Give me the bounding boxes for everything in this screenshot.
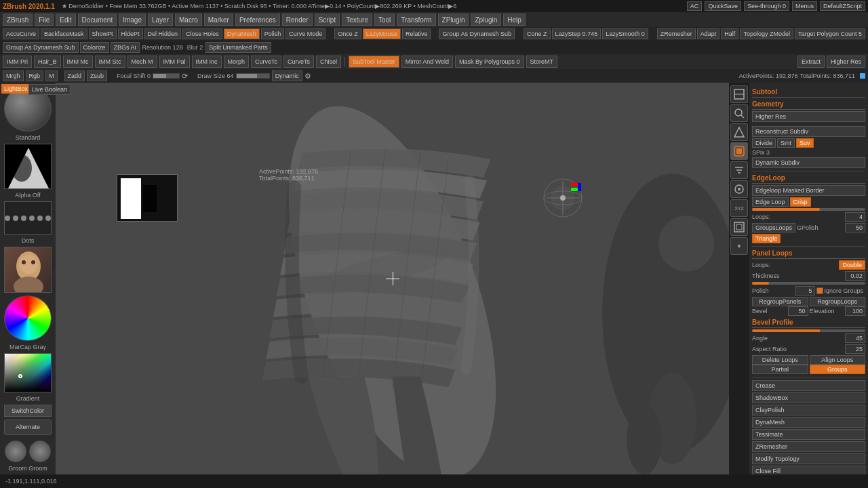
quicksave-button[interactable]: QuickSave [705, 1, 741, 11]
mirror-weld-btn[interactable]: Mirror And Weld [401, 56, 453, 68]
menu-script[interactable]: Script [315, 14, 340, 26]
close-fill-btn[interactable]: Close Fill [752, 466, 865, 474]
imm-mc-btn[interactable]: IMM Mc [63, 56, 93, 68]
edgeloop-masked-border-btn[interactable]: Edgeloop Masked Border [752, 185, 865, 196]
del-hidden-btn[interactable]: Del Hidden [144, 28, 182, 39]
colorize-btn[interactable]: Colorize [80, 42, 109, 53]
menu-image[interactable]: Image [119, 14, 146, 26]
frame-icon-btn[interactable] [730, 218, 748, 236]
filter-icon-btn[interactable] [730, 161, 748, 179]
regroup-panels-btn[interactable]: RegroupPanels [752, 297, 808, 306]
mrgh-btn[interactable]: Mrgh [3, 70, 24, 81]
rgb-btn[interactable]: Rgb [26, 70, 44, 81]
dynamic-icon-btn[interactable] [730, 142, 748, 160]
alpha-preview[interactable] [4, 144, 52, 190]
delete-loops-btn[interactable]: Delete Loops [752, 355, 808, 365]
m-btn[interactable]: M [45, 70, 58, 81]
tessimate-btn[interactable]: Tessimate [752, 429, 865, 440]
topology-zmodel-btn[interactable]: Topology ZModel [740, 28, 793, 39]
ignore-groups-check[interactable] [816, 287, 823, 294]
menu-zplugin[interactable]: ZPlugin [438, 14, 469, 26]
groups-btn[interactable]: Groups [810, 365, 866, 374]
zremesher-panel-btn[interactable]: ZRemesher [752, 441, 865, 452]
dot-preview[interactable] [4, 201, 52, 234]
mask-by-polygroups-btn[interactable]: Mask By Polygroups 0 [455, 56, 524, 68]
target-polygon-count-btn[interactable]: Target Polygon Count 5 [795, 28, 865, 39]
color-selector[interactable] [4, 353, 52, 392]
crisp-btn[interactable]: Crisp [790, 197, 811, 207]
canvas-area[interactable]: ActivePoints: 192,876 TotalPoints: 836,7… [56, 83, 729, 474]
curvets-btn[interactable]: CurveTs [283, 56, 314, 68]
menu-zbrush[interactable]: ZBrush [3, 14, 33, 26]
higher-res-btn[interactable]: Higher Res [752, 111, 865, 122]
accucurve-btn[interactable]: AccuCurve [3, 28, 39, 39]
action-icon-btn[interactable] [730, 123, 748, 141]
menu-transform[interactable]: Transform [397, 14, 435, 26]
imm-pal-btn[interactable]: IMM Pal [159, 56, 190, 68]
groom-icon-2[interactable] [29, 441, 51, 462]
align-loops-btn[interactable]: Align Loops [810, 355, 866, 365]
storeme-btn[interactable]: StoreMT [526, 56, 558, 68]
dynamesh-btn[interactable]: DynaMesh [224, 28, 260, 39]
morph-btn[interactable]: Morph [224, 56, 250, 68]
group-dynamesh-sub-btn[interactable]: Group As Dynamesh Sub [439, 28, 515, 39]
menu-tool[interactable]: Tool [374, 14, 395, 26]
menu-edit[interactable]: Edit [56, 14, 75, 26]
lazy-step-btn[interactable]: LazyStep 0.745 [552, 28, 601, 39]
smt-btn[interactable]: Smt [777, 138, 795, 148]
suv-btn[interactable]: Suv [796, 138, 814, 148]
hair-b-btn[interactable]: Hair_B [34, 56, 61, 68]
edge-loop-btn[interactable]: Edge Loop [752, 197, 789, 207]
lazy-smooth-btn[interactable]: LazySmooth 0 [602, 28, 648, 39]
live-boolean-button[interactable]: Live Boolean [28, 84, 71, 95]
zremesher-btn[interactable]: ZRemesher [657, 28, 696, 39]
partial-btn[interactable]: Partial [752, 365, 808, 374]
backface-mask-btn[interactable]: BackfaceMask [41, 28, 87, 39]
hide-pt-btn[interactable]: HidePt [118, 28, 143, 39]
dynamesh-panel-btn[interactable]: DynaMesh [752, 417, 865, 428]
extract-btn[interactable]: Extract [797, 56, 825, 68]
modify-topology-btn[interactable]: Modify Topology [752, 453, 865, 464]
menu-render[interactable]: Render [282, 14, 313, 26]
curvetc-btn[interactable]: CurveTc [251, 56, 281, 68]
menu-zplugin2[interactable]: Zplugin [471, 14, 501, 26]
menu-macro[interactable]: Macro [175, 14, 202, 26]
triangle-btn[interactable]: Triangle [752, 234, 781, 243]
menu-texture[interactable]: Texture [342, 14, 372, 26]
group-dynamesh-sub2-btn[interactable]: Group As Dynamesh Sub [3, 42, 79, 53]
zsub-btn[interactable]: Zsub [87, 70, 107, 81]
default-zscript-button[interactable]: DefaultZScript [820, 1, 865, 11]
regroup-loops-btn[interactable]: RegroupLoops [810, 297, 866, 306]
zadd-btn[interactable]: Zadd [64, 70, 85, 81]
xyz-icon-btn[interactable]: XYZ [730, 199, 748, 217]
imm-pri-btn[interactable]: IMM Pri [3, 56, 32, 68]
subtool-master-btn[interactable]: SubTool Master [349, 56, 399, 68]
groom-icon-1[interactable] [5, 441, 26, 462]
dynamic-subdiv-btn[interactable]: Dynamic Subdiv [752, 157, 865, 168]
geometry-icon-btn[interactable] [730, 85, 748, 103]
crease-btn[interactable]: Crease [752, 380, 865, 391]
lazy-mouse-btn[interactable]: LazyMouse [363, 28, 401, 39]
once-z-btn[interactable]: Once Z [334, 28, 361, 39]
color-wheel[interactable] [4, 296, 52, 342]
edgeloop-slider[interactable] [752, 208, 865, 211]
menu-help[interactable]: Help [503, 14, 526, 26]
higher-res-btn[interactable]: Higher Res [827, 56, 865, 68]
menu-document[interactable]: Document [78, 14, 117, 26]
adapt-btn[interactable]: Adapt [697, 28, 720, 39]
dynamic-btn[interactable]: Dynamic [272, 70, 302, 81]
zoom-icon-btn[interactable] [730, 104, 748, 122]
shadowbox-btn[interactable]: ShadowBox [752, 392, 865, 403]
menus-button[interactable]: Menus [792, 1, 817, 11]
more-icon-btn[interactable]: ▼ [730, 237, 748, 255]
relative-btn[interactable]: Relative [402, 28, 431, 39]
imm-stc-btn[interactable]: IMM Stc [95, 56, 125, 68]
polish-btn[interactable]: Polish [261, 28, 285, 39]
half-btn[interactable]: Half [721, 28, 738, 39]
cone-z-btn[interactable]: Cone Z [524, 28, 551, 39]
claypolish-btn[interactable]: ClayPolish [752, 405, 865, 415]
groups-loops-btn[interactable]: GroupsLoops [752, 223, 795, 232]
menu-preferences[interactable]: Preferences [235, 14, 280, 26]
close-holes-btn[interactable]: Close Holes [182, 28, 222, 39]
double-btn[interactable]: Double [839, 260, 865, 270]
